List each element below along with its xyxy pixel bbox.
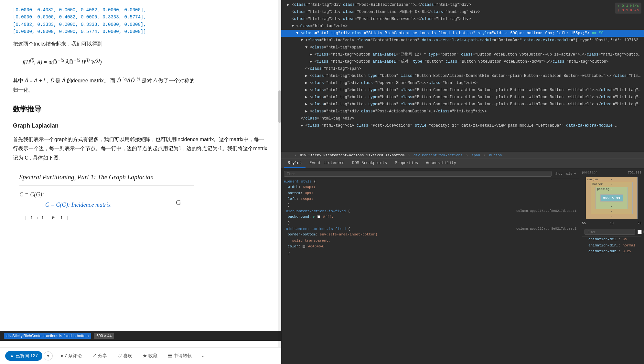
bc-sticky[interactable]: div.Sticky.RichContent-actions.is-fixed.…: [300, 153, 404, 157]
rule1-link[interactable]: column.app.216a..f8e0217d.css:1: [516, 209, 576, 213]
rule2-link[interactable]: column.app.216a..f8e0217d.css:1: [516, 227, 576, 231]
css-brace-close1: }: [281, 202, 579, 208]
padding-bottom-val: -: [611, 205, 612, 208]
css-prop-left: left: 155px;: [281, 196, 579, 202]
hw-matrix-eq: C = C(G):: [19, 189, 111, 200]
vote-up-button[interactable]: ▲ 已赞同 127: [5, 351, 42, 361]
border-top: -: [611, 183, 612, 186]
styles-right: position 751.333 - - - - margin border: [579, 168, 644, 364]
padding-layer: padding - - - - 690 × 44: [596, 187, 628, 209]
dom-tree: ▶ <class="html-tag">div class="Post-Rich…: [281, 0, 644, 152]
comments-button[interactable]: ● 7 条评论: [55, 350, 87, 361]
formula1: f(H(l), A) = σ(D̂−½ ÂD̂−½ H(l) W(l)): [13, 54, 268, 70]
filter-input[interactable]: [284, 171, 552, 177]
tab-properties[interactable]: Properties: [391, 159, 422, 168]
margin-top: -: [611, 178, 612, 181]
box-center-val: 10: [610, 222, 614, 225]
border-left: -: [592, 196, 593, 200]
tree-line-15[interactable]: ▶ <class="html-tag">div class="Post-Acti…: [281, 108, 644, 115]
vote-down-button[interactable]: ▼: [44, 351, 53, 360]
handwritten-image: Spectral Partitioning, Part 1: The Graph…: [13, 168, 194, 225]
article-panel: [0.0000, 0.4082, 0.0000, 0.4082, 0.0000,…: [0, 0, 281, 364]
filter-right-input[interactable]: [585, 229, 635, 235]
hw-title: Spectral Partitioning, Part 1: The Graph…: [19, 171, 194, 185]
hw-subtitle: C = C(G): Incidence matrix: [45, 200, 111, 210]
tab-styles[interactable]: Styles: [284, 159, 306, 168]
border-right: -: [630, 196, 632, 200]
bc-contentitem[interactable]: div.ContentItem-actions: [413, 153, 463, 157]
anim-direction: animation-dir…: normal: [582, 243, 641, 249]
tree-line-11[interactable]: ▶ <class="html-tag">div class="Popover S…: [281, 79, 644, 87]
filter-hov[interactable]: :hov: [554, 172, 563, 176]
rule2: .RichContent-actions.is-fixed { column.a…: [281, 226, 579, 255]
collect-button[interactable]: ★ 收藏: [137, 350, 163, 361]
tree-lines: ▶ <class="html-tag">div class="Post-Rich…: [281, 1, 644, 129]
anim-duration: animation-dur…: 0.25: [582, 248, 641, 255]
styles-panel: :hov .cls + element.style { width: 690px…: [281, 168, 644, 364]
para1: 把这两个tricks结合起来，我们可以得到: [13, 39, 268, 49]
tooltip-bar: div.Sticky.RichContent-actions.is-fixed.…: [0, 331, 281, 341]
para3: 首先我们表示一个graph的方式有很多，我们可以用邻接矩阵，也可以用Incide…: [13, 135, 268, 163]
css-prop-border-bottom: border-bottom: env(safe-area-inset-botto…: [281, 232, 579, 238]
rule1: .RichContent-actions.is-fixed { column.a…: [281, 208, 579, 226]
margin-left: -: [587, 196, 588, 200]
tab-dom-breakpoints[interactable]: DOM Breakpoints: [348, 159, 391, 168]
border-bottom-val: -: [611, 210, 612, 213]
position-label: position: [582, 171, 597, 174]
css-prop-bottom: bottom: 0px;: [281, 190, 579, 196]
padding-top-val: -: [611, 188, 612, 191]
tree-line-13[interactable]: ▶ <class="html-tag">button type="button"…: [281, 94, 644, 101]
bc-button[interactable]: button: [489, 153, 502, 157]
matrix-code: [0.0000, 0.4082, 0.0000, 0.4082, 0.0000,…: [13, 6, 268, 36]
box-left-val: 55: [582, 222, 586, 225]
tree-line-3[interactable]: ▼ <class="html-tag">div>: [281, 23, 644, 30]
styles-left: :hov .cls + element.style { width: 690px…: [281, 168, 579, 364]
tree-line-2[interactable]: <class="html-tag">div class="Post-topics…: [281, 16, 644, 23]
article-content: [0.0000, 0.4082, 0.0000, 0.4082, 0.0000,…: [0, 0, 281, 225]
hw-graph-g: G: [176, 196, 194, 210]
bc-span[interactable]: span: [472, 153, 480, 157]
devtools-tabs: Styles Event Listeners DOM Breakpoints P…: [281, 159, 644, 168]
show-all-checkbox[interactable]: [638, 230, 642, 234]
margin-bottom: -: [611, 215, 612, 218]
css-prop-color: color: #646464;: [281, 244, 579, 250]
tree-line-1[interactable]: <class="html-tag">div class="ContentItem…: [281, 8, 644, 16]
element-style-selector: element.style {: [281, 178, 579, 184]
filter-bar: :hov .cls +: [281, 170, 579, 178]
filter-plus[interactable]: +: [574, 171, 576, 176]
hw-matrix-partial: [ 1 i-1 0 -1 ]: [19, 214, 194, 222]
filter-right-panel: Show all: [582, 228, 641, 236]
like-button[interactable]: ♡ 喜欢: [112, 350, 137, 361]
tree-line-17[interactable]: ▶ <class="html-tag">div class="Post-Side…: [281, 122, 644, 129]
tree-line-14[interactable]: ▶ <class="html-tag">button type="button"…: [281, 101, 644, 108]
tree-line-4[interactable]: ▼ <class="html-tag">div class="Sticky Ri…: [281, 30, 644, 37]
tree-line-16[interactable]: </class="html-tag">div>: [281, 115, 644, 122]
section-title: 数学推导: [13, 103, 268, 116]
rule2-selector: .RichContent-actions.is-fixed { column.a…: [281, 226, 579, 232]
filter-cls[interactable]: .cls: [564, 172, 572, 176]
more-button[interactable]: ···: [197, 351, 211, 361]
show-all-label: Show all: [638, 230, 644, 234]
padding-right-val: -: [625, 196, 627, 200]
bottom-bar: ▲ 已赞同 127 ▼ ● 7 条评论 ↗ 分享 ♡ 喜欢 ★ 收藏 ☰ 申请转…: [0, 347, 281, 364]
tab-accessibility[interactable]: Accessibility: [422, 159, 460, 168]
breadcrumb-bar[interactable]: ... › div.Sticky.RichContent-actions.is-…: [281, 152, 644, 159]
bc-dots[interactable]: ...: [284, 153, 291, 157]
tree-line-7[interactable]: ▶ <class="html-tag">button aria-label="已…: [281, 51, 644, 58]
box-model: - - - - margin border - - - -: [582, 176, 641, 220]
rule1-selector: .RichContent-actions.is-fixed { column.a…: [281, 208, 579, 214]
scrollbar-thumb[interactable]: [278, 90, 281, 123]
tree-line-12[interactable]: ▶ <class="html-tag">button type="button"…: [281, 87, 644, 94]
tree-line-10[interactable]: ▶ <class="html-tag">button type="button"…: [281, 72, 644, 79]
report-button[interactable]: ☰ 申请转载: [163, 350, 197, 361]
tab-event-listeners[interactable]: Event Listeners: [306, 159, 348, 168]
tree-line-8[interactable]: ▶ <class="html-tag">button aria-label="反…: [281, 58, 644, 65]
tree-line-9[interactable]: </class="html-tag">span>: [281, 65, 644, 72]
css-prop-width: width: 690px;: [281, 184, 579, 190]
tree-line-5[interactable]: ▼ <class="html-tag">div class="ContentIt…: [281, 37, 644, 44]
scrollbar-track[interactable]: [278, 0, 281, 347]
css-prop-bg: background: ▷ #fff;: [281, 214, 579, 220]
share-button[interactable]: ↗ 分享: [87, 350, 112, 361]
tree-line-0[interactable]: ▶ <class="html-tag">div class="Post-Rich…: [281, 1, 644, 8]
tree-line-6[interactable]: ▼ <class="html-tag">span>: [281, 44, 644, 51]
